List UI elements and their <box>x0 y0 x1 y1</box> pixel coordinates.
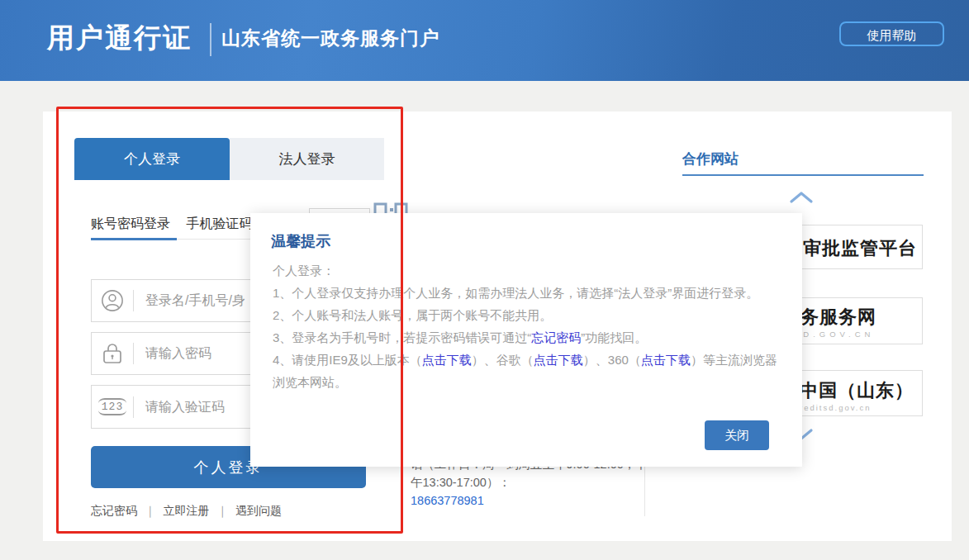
login-method-tabs: 账号密码登录 手机验证码 <box>91 216 264 233</box>
partner-name: 中国（山东） <box>800 378 914 403</box>
forgot-password-inline-link[interactable]: 忘记密码 <box>531 330 581 344</box>
method-tab-password-login[interactable]: 账号密码登录 <box>91 216 170 230</box>
partners-title: 合作网站 <box>682 149 739 168</box>
title-divider <box>210 23 211 56</box>
link-separator: ｜ <box>145 504 156 517</box>
active-tab-underline <box>91 238 177 240</box>
download-360-link[interactable]: 点击下载 <box>641 353 691 367</box>
modal-body: 个人登录： 1、个人登录仅支持办理个人业务，如需办理法人业务，请选择“法人登录”… <box>273 259 780 393</box>
download-ie-link[interactable]: 点击下载 <box>422 353 472 367</box>
close-button[interactable]: 关闭 <box>705 420 769 450</box>
modal-tip-3: 3、登录名为手机号时，若提示密码错误可通过“忘记密码”功能找回。 <box>273 326 780 349</box>
user-icon <box>92 289 133 312</box>
page-header: 用户通行证 山东省统一政务服务门户 使用帮助 <box>0 0 969 81</box>
modal-tip-2: 2、个人账号和法人账号，属于两个账号不能共用。 <box>273 304 780 326</box>
login-page: 用户通行证 山东省统一政务服务门户 使用帮助 个人登录 法人登录 账号密码登录 … <box>0 0 969 560</box>
problem-link[interactable]: 遇到问题 <box>235 504 282 517</box>
tab-personal-login[interactable]: 个人登录 <box>74 138 230 180</box>
modal-intro: 个人登录： <box>273 259 780 282</box>
tips-modal: 温馨提示 个人登录： 1、个人登录仅支持办理个人业务，如需办理法人业务，请选择“… <box>250 213 802 467</box>
partners-title-underline <box>682 174 924 176</box>
tab-legal-login[interactable]: 法人登录 <box>230 138 384 180</box>
modal-title: 温馨提示 <box>271 231 330 251</box>
modal-tip-1: 1、个人登录仅支持办理个人业务，如需办理法人业务，请选择“法人登录”界面进行登录… <box>273 282 780 304</box>
partner-name: 审批监管平台 <box>803 236 917 261</box>
partner-domain: reditsd.gov.cn <box>800 403 871 412</box>
app-title: 用户通行证 <box>47 20 192 57</box>
carousel-up-icon[interactable] <box>789 191 814 207</box>
modal-tip-4: 4、请使用IE9及以上版本（点击下载）、谷歌（点击下载）、360（点击下载）等主… <box>273 349 780 393</box>
partner-domain: SD.GOV.CN <box>794 330 874 339</box>
captcha-icon: 123 <box>92 398 133 415</box>
download-chrome-link[interactable]: 点击下载 <box>534 353 583 367</box>
lock-icon <box>92 342 133 365</box>
register-link[interactable]: 立即注册 <box>164 504 210 517</box>
link-separator: ｜ <box>216 504 228 517</box>
help-button[interactable]: 使用帮助 <box>839 21 944 46</box>
hotline-phone-link[interactable]: 18663778981 <box>411 491 648 510</box>
portal-subtitle: 山东省统一政务服务门户 <box>221 26 439 51</box>
login-helper-links: 忘记密码 ｜ 立即注册 ｜ 遇到问题 <box>91 504 282 519</box>
method-tab-sms-login[interactable]: 手机验证码 <box>186 216 252 230</box>
forgot-password-link[interactable]: 忘记密码 <box>91 504 137 517</box>
